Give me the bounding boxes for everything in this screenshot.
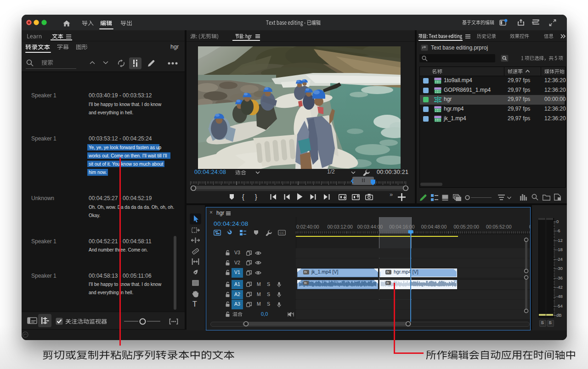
svg-text:CC: CC [279, 231, 284, 235]
